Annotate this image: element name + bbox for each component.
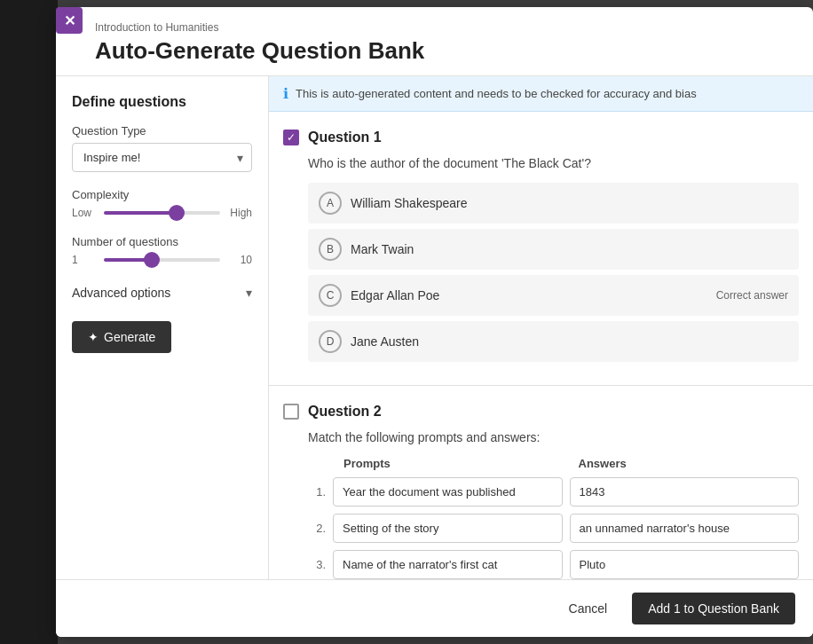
match-row-2: 2. [308, 514, 799, 543]
match-row-3-num: 3. [308, 558, 326, 571]
num-questions-slider-row: 1 10 [72, 254, 252, 266]
question-1-section: Question 1 Who is the author of the docu… [269, 112, 813, 386]
info-icon: ℹ [283, 85, 288, 102]
question-type-group: Question Type Inspire me! Multiple Choic… [72, 124, 252, 172]
modal-title: Auto-Generate Question Bank [95, 37, 792, 65]
match-answer-1[interactable] [570, 477, 800, 507]
correct-answer-label: Correct answer [716, 289, 788, 302]
complexity-slider[interactable] [104, 211, 220, 215]
panel-title: Define questions [72, 94, 252, 110]
complexity-low-label: Low [72, 207, 97, 219]
option-c-text: Edgar Allan Poe [351, 288, 707, 302]
match-prompt-1[interactable] [333, 477, 563, 507]
advanced-options-chevron-icon: ▾ [246, 286, 252, 300]
advanced-options-label: Advanced options [72, 286, 170, 300]
match-prompt-2[interactable] [333, 514, 563, 543]
option-c-circle: C [319, 284, 342, 307]
modal-footer: Cancel Add 1 to Question Bank [56, 579, 813, 637]
complexity-high-label: High [227, 207, 252, 219]
left-panel: Define questions Question Type Inspire m… [56, 76, 269, 579]
add-to-question-bank-button[interactable]: Add 1 to Question Bank [632, 593, 795, 624]
cancel-button[interactable]: Cancel [555, 593, 622, 624]
info-banner-text: This is auto-generated content and needs… [296, 87, 697, 100]
question-1-header: Question 1 [283, 130, 799, 145]
question-type-label: Question Type [72, 124, 252, 137]
match-answers-header: Answers [579, 457, 800, 470]
match-table: Prompts Answers 1. 2. [283, 457, 799, 579]
match-headers: Prompts Answers [308, 457, 799, 470]
complexity-group: Complexity Low High [72, 188, 252, 219]
option-b-circle: B [319, 238, 342, 261]
option-b-row: B Mark Twain [308, 229, 799, 270]
breadcrumb: Introduction to Humanities [95, 21, 792, 34]
option-d-row: D Jane Austen [308, 321, 799, 362]
option-d-letter: D [327, 335, 335, 348]
match-row-1: 1. [308, 477, 799, 507]
option-b-text: Mark Twain [351, 242, 788, 256]
question-2-section: Question 2 Match the following prompts a… [269, 386, 813, 579]
modal-container: Introduction to Humanities Auto-Generate… [56, 7, 813, 637]
modal-header: Introduction to Humanities Auto-Generate… [56, 7, 813, 76]
option-b-letter: B [327, 243, 334, 255]
num-questions-label: Number of questions [72, 235, 252, 248]
match-row-2-num: 2. [308, 522, 326, 535]
match-row-1-num: 1. [308, 485, 326, 499]
match-prompts-header: Prompts [343, 457, 564, 470]
num-questions-min-label: 1 [72, 254, 97, 266]
num-questions-slider[interactable] [104, 258, 220, 262]
match-answer-2[interactable] [570, 514, 800, 543]
match-answer-3[interactable] [570, 550, 800, 579]
match-row-3: 3. [308, 550, 799, 579]
num-questions-max-label: 10 [227, 254, 252, 266]
generate-label: Generate [104, 330, 155, 344]
question-1-title: Question 1 [308, 130, 382, 145]
question-2-title: Question 2 [308, 404, 382, 420]
option-d-text: Jane Austen [351, 334, 788, 349]
option-a-text: William Shakespeare [351, 196, 788, 210]
option-c-row: C Edgar Allan Poe Correct answer [308, 275, 799, 316]
question-2-header: Question 2 [283, 404, 799, 420]
question-2-checkbox[interactable] [283, 404, 299, 420]
modal-overlay: ✕ Introduction to Humanities Auto-Genera… [0, 0, 813, 644]
question-1-checkbox[interactable] [283, 130, 299, 145]
option-d-circle: D [319, 330, 342, 353]
question-2-text: Match the following prompts and answers: [283, 430, 799, 444]
modal-body: Define questions Question Type Inspire m… [56, 76, 813, 579]
complexity-slider-row: Low High [72, 207, 252, 219]
match-prompt-3[interactable] [333, 550, 563, 579]
option-c-letter: C [327, 289, 335, 302]
advanced-options-row[interactable]: Advanced options ▾ [72, 282, 252, 303]
question-type-select-wrapper: Inspire me! Multiple Choice True/False S… [72, 143, 252, 172]
right-panel: ℹ This is auto-generated content and nee… [269, 76, 813, 579]
complexity-label: Complexity [72, 188, 252, 201]
option-a-circle: A [319, 192, 342, 215]
close-button[interactable]: ✕ [56, 7, 83, 34]
generate-button[interactable]: ✦ Generate [72, 321, 171, 353]
question-type-select[interactable]: Inspire me! Multiple Choice True/False S… [72, 143, 252, 172]
generate-spark-icon: ✦ [88, 330, 99, 344]
info-banner: ℹ This is auto-generated content and nee… [269, 76, 813, 112]
option-a-row: A William Shakespeare [308, 183, 799, 224]
question-1-text: Who is the author of the document 'The B… [283, 156, 799, 170]
num-questions-group: Number of questions 1 10 [72, 235, 252, 266]
option-a-letter: A [327, 197, 334, 209]
match-num-spacer [308, 457, 329, 470]
